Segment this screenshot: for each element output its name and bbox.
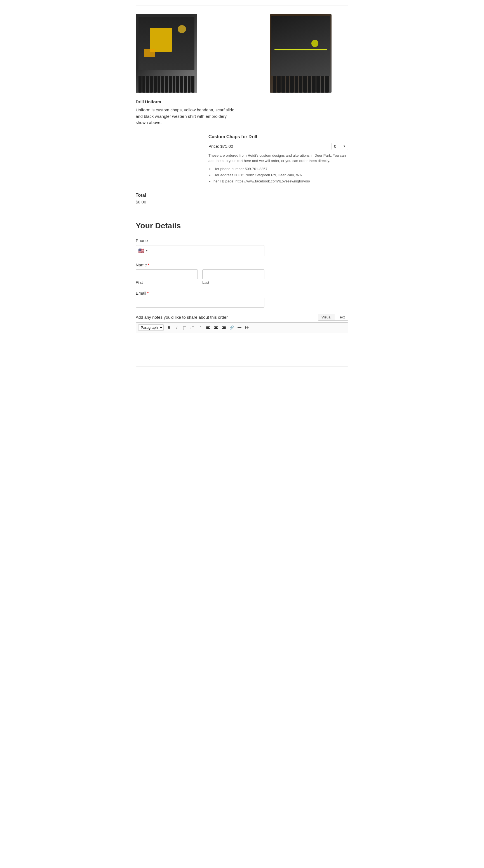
align-right-button[interactable] [220, 324, 227, 331]
quantity-select[interactable]: 0 ▼ [331, 143, 348, 150]
ordered-list-button[interactable]: 1.2.3. [189, 324, 196, 331]
chaps-title: Custom Chaps for Drill [208, 134, 348, 140]
price-row: Price: $75.00 0 ▼ [208, 143, 348, 150]
editor-tab-group: Visual Text [318, 314, 348, 321]
phone-input-wrapper: 🇺🇸 ▼ [136, 245, 264, 256]
fringe-decoration-right [270, 70, 331, 93]
last-name-input[interactable] [202, 270, 264, 279]
svg-rect-21 [237, 328, 241, 328]
chevron-down-icon: ▼ [146, 249, 148, 252]
total-value: $0.00 [136, 199, 348, 204]
first-name-hint: First [136, 280, 198, 285]
link-button[interactable]: 🔗 [228, 324, 235, 331]
phone-flag-button[interactable]: 🇺🇸 ▼ [136, 245, 150, 256]
product-order-row: Custom Chaps for Drill Price: $75.00 0 ▼… [136, 134, 348, 184]
svg-rect-19 [223, 327, 226, 328]
tab-visual[interactable]: Visual [318, 314, 334, 320]
svg-rect-18 [222, 326, 226, 327]
total-section: Total $0.00 [136, 193, 348, 204]
notes-section: Add any notes you'd like to share about … [136, 314, 348, 367]
us-flag-icon: 🇺🇸 [138, 248, 144, 254]
name-label: Name* [136, 262, 348, 267]
drill-uniform-image-left [136, 14, 197, 93]
last-name-hint: Last [202, 280, 264, 285]
svg-point-4 [183, 329, 184, 329]
notes-label: Add any notes you'd like to share about … [136, 315, 228, 319]
yellow-stripe-decoration [275, 49, 327, 50]
product-order-spacer [136, 134, 197, 184]
svg-point-0 [183, 326, 184, 327]
drill-uniform-image-right [270, 14, 331, 93]
svg-rect-14 [206, 328, 210, 329]
italic-button[interactable]: I [173, 324, 181, 331]
svg-point-2 [183, 328, 184, 328]
svg-rect-11 [192, 329, 194, 329]
product-order-details: Custom Chaps for Drill Price: $75.00 0 ▼… [208, 134, 348, 184]
tab-text[interactable]: Text [334, 314, 348, 320]
svg-rect-5 [184, 329, 186, 329]
unordered-list-button[interactable] [181, 324, 188, 331]
list-item: her FB page: https://www.facebook.com/IL… [214, 178, 348, 184]
product-description: These are ordered from Heidi's custom de… [208, 153, 348, 164]
svg-rect-15 [214, 326, 218, 327]
notes-editor[interactable] [136, 333, 348, 367]
editor-wrapper: Paragraph B I 1.2.3. " [136, 322, 348, 367]
editor-toolbar: Paragraph B I 1.2.3. " [136, 322, 348, 333]
svg-rect-20 [222, 328, 226, 329]
svg-rect-7 [192, 327, 194, 327]
your-details-title: Your Details [136, 221, 348, 230]
blockquote-button[interactable]: " [197, 324, 204, 331]
horizontal-rule-button[interactable] [236, 324, 243, 331]
chevron-down-icon: ▼ [343, 145, 346, 148]
svg-rect-13 [206, 327, 209, 328]
phone-field-group: Phone 🇺🇸 ▼ [136, 238, 348, 256]
notes-header: Add any notes you'd like to share about … [136, 314, 348, 321]
table-button[interactable] [244, 324, 251, 331]
section-divider [136, 213, 348, 213]
svg-rect-1 [184, 327, 186, 327]
phone-label: Phone [136, 238, 348, 243]
email-field-group: Email* [136, 291, 348, 308]
required-indicator: * [148, 262, 150, 267]
required-indicator: * [147, 291, 149, 296]
drill-uniform-description: Uniform is custom chaps, yellow bandana,… [136, 107, 236, 126]
name-field-group: Name* First Last [136, 262, 348, 285]
svg-rect-3 [184, 328, 186, 328]
images-row [136, 14, 348, 93]
list-item: Her phone number 509-701-3357 [214, 166, 348, 172]
total-label: Total [136, 193, 348, 198]
name-row: First Last [136, 270, 264, 285]
bold-button[interactable]: B [165, 324, 173, 331]
svg-rect-12 [206, 326, 210, 327]
price-text: Price: $75.00 [208, 144, 233, 149]
svg-rect-17 [214, 328, 218, 329]
svg-rect-16 [215, 327, 217, 328]
email-input[interactable] [136, 298, 264, 308]
fringe-decoration [136, 70, 197, 93]
first-name-input[interactable] [136, 270, 198, 279]
your-details-section: Your Details Phone 🇺🇸 ▼ Name* First [136, 221, 348, 367]
email-label: Email* [136, 291, 348, 296]
paragraph-select[interactable]: Paragraph [138, 324, 164, 331]
drill-uniform-title: Drill Uniform [136, 99, 348, 104]
qty-value: 0 [334, 144, 336, 149]
svg-rect-9 [192, 328, 194, 328]
phone-input[interactable] [150, 246, 264, 255]
product-details-list: Her phone number 509-701-3357 Her addres… [208, 166, 348, 184]
svg-text:3.: 3. [191, 328, 192, 330]
list-item: Her address 30315 North Staghorn Rd, Dee… [214, 172, 348, 178]
align-center-button[interactable] [212, 324, 220, 331]
align-left-button[interactable] [204, 324, 212, 331]
first-name-field: First [136, 270, 198, 285]
last-name-field: Last [202, 270, 264, 285]
drill-uniform-info: Drill Uniform Uniform is custom chaps, y… [136, 99, 348, 126]
